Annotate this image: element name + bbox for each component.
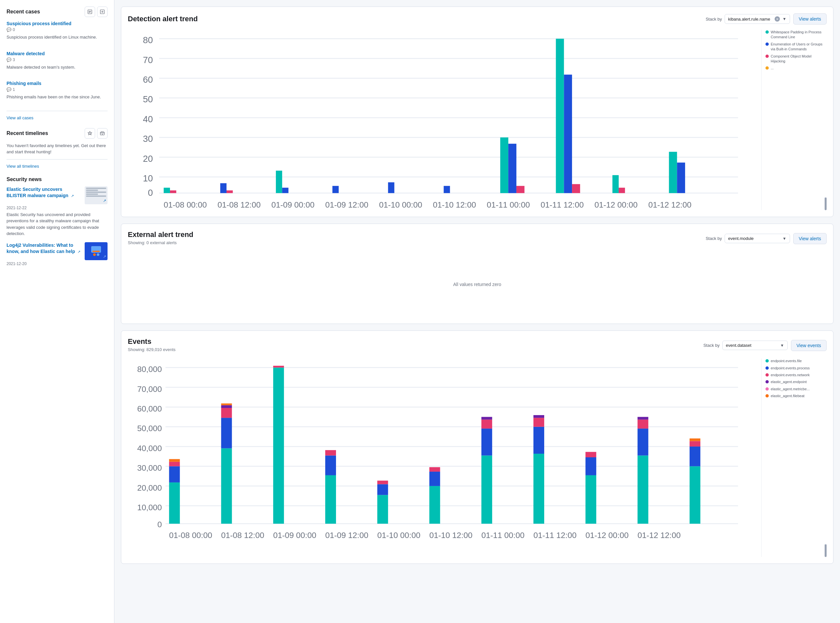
legend-label-4: ... [771,66,774,71]
svg-text:01-09 00:00: 01-09 00:00 [271,200,314,209]
timelines-favorite-button[interactable] [85,128,95,138]
cases-export-button[interactable] [85,6,95,17]
cases-add-button[interactable] [97,6,107,17]
case-title-3[interactable]: Phishing emails [6,81,107,86]
events-legend-label-3: endpoint.events.network [771,373,809,377]
case-title-1[interactable]: Suspicious process identified [6,21,107,26]
case-comments-3: 💬 1 [6,87,107,92]
events-stack-by-value: event.dataset [726,343,777,348]
svg-text:01-08 12:00: 01-08 12:00 [221,531,264,540]
detection-view-alerts-button[interactable]: View alerts [793,14,826,25]
timelines-actions [85,128,107,138]
news-date-1: 2021-12-22 [6,206,107,210]
svg-text:0: 0 [158,520,162,529]
svg-rect-69 [169,466,180,482]
svg-rect-100 [638,428,648,455]
svg-rect-95 [533,415,544,418]
external-view-alerts-button[interactable]: View alerts [793,233,826,244]
svg-text:01-12 12:00: 01-12 12:00 [648,200,691,209]
svg-rect-106 [690,439,701,441]
case-item-2: Malware detected 💬 3 Malware detected on… [6,51,107,76]
svg-rect-85 [429,486,440,524]
svg-rect-89 [481,428,492,455]
svg-rect-79 [325,475,336,524]
svg-text:01-09 12:00: 01-09 12:00 [325,200,368,209]
timelines-new-button[interactable] [97,128,107,138]
case-item-3: Phishing emails 💬 1 Phishing emails have… [6,81,107,106]
svg-text:01-11 12:00: 01-11 12:00 [541,200,584,209]
detection-stack-by-select[interactable]: kibana.alert.rule.name ✕ ▼ [725,14,790,24]
security-news-header: Security news [6,176,107,183]
svg-rect-75 [221,405,232,408]
detection-stack-clear-button[interactable]: ✕ [775,16,780,21]
detection-chart-legend: Whitespace Padding in Process Command Li… [761,30,826,210]
svg-rect-76 [221,404,232,405]
news-item-1: Elastic Security uncovers BLISTER malwar… [6,186,107,237]
external-alert-zero-state: All values returned zero [128,252,826,317]
svg-rect-88 [481,456,492,524]
detection-chart-main: 80 70 60 50 40 30 20 10 0 [128,30,756,210]
svg-text:10,000: 10,000 [137,503,162,512]
svg-rect-33 [556,38,564,193]
case-desc-2: Malware detected on team's system. [6,64,107,71]
events-legend-item-4: elastic_agent.endpoint [765,379,826,384]
events-actions: Stack by event.dataset ▼ View events [704,340,826,351]
news-external-link-icon-2[interactable]: ↗ [77,250,80,254]
events-title-group: Events Showing: 829,010 events [128,337,176,353]
svg-rect-83 [377,485,388,495]
events-showing-label: Showing: 829,010 events [128,347,176,352]
events-chart-svg: 80,000 70,000 60,000 50,000 40,000 30,00… [128,359,756,556]
svg-rect-70 [169,462,180,466]
svg-text:80,000: 80,000 [137,365,162,374]
svg-text:01-10 12:00: 01-10 12:00 [429,531,473,540]
news-external-link-icon-1[interactable]: ↗ [71,194,74,198]
news-thumb-link-1[interactable]: ↗ [103,198,106,203]
events-view-events-button[interactable]: View events [791,340,826,351]
left-panel: Recent cases Suspicious process identifi… [0,0,114,623]
svg-text:01-11 12:00: 01-11 12:00 [533,531,576,540]
svg-text:30: 30 [143,134,153,144]
news-item-2: Log4j2 Vulnerabilities: What to know, an… [6,242,107,266]
events-chart-main: 80,000 70,000 60,000 50,000 40,000 30,00… [128,359,756,557]
news-title-2[interactable]: Log4j2 Vulnerabilities: What to know, an… [6,242,75,254]
svg-rect-104 [690,447,701,466]
external-alert-trend-title-group: External alert trend Showing: 0 external… [128,230,193,247]
events-chart-area: 80,000 70,000 60,000 50,000 40,000 30,00… [128,359,826,557]
view-all-cases-link[interactable]: View all cases [6,115,33,120]
recent-timelines-title: Recent timelines [6,130,48,136]
svg-rect-84 [377,481,388,485]
events-stack-by-select[interactable]: event.dataset ▼ [722,341,788,350]
svg-rect-35 [572,184,580,193]
news-title-1[interactable]: Elastic Security uncovers BLISTER malwar… [6,187,68,198]
detection-chart-svg: 80 70 60 50 40 30 20 10 0 [128,30,756,209]
svg-rect-26 [282,188,288,193]
legend-label-2: Enumeration of Users or Groups via Built… [771,42,826,52]
news-date-2: 2021-12-20 [6,261,107,266]
view-all-timelines-link[interactable]: View all timelines [6,164,39,169]
events-legend-label-1: endpoint.events.file [771,359,802,364]
events-stack-by-group: Stack by event.dataset ▼ [704,341,788,350]
svg-rect-74 [221,408,232,418]
svg-text:01-10 00:00: 01-10 00:00 [379,200,422,209]
svg-rect-99 [638,456,648,524]
events-legend-dot-4 [765,380,769,384]
detection-alert-trend-title: Detection alert trend [128,15,198,23]
svg-text:01-11 00:00: 01-11 00:00 [481,531,524,540]
case-comments-1: 💬 0 [6,28,107,32]
case-title-2[interactable]: Malware detected [6,51,107,56]
news-item-1-inner: Elastic Security uncovers BLISTER malwar… [6,186,107,204]
external-stack-by-select[interactable]: event.module ▼ [725,234,790,243]
detection-stack-by-label: Stack by [706,17,722,21]
svg-rect-94 [533,418,544,427]
svg-rect-103 [690,466,701,524]
news-thumb-link-2[interactable]: ↗ [103,254,106,259]
cases-divider [6,111,107,111]
svg-rect-87 [429,467,440,472]
events-legend-item-1: endpoint.events.file [765,359,826,364]
svg-text:30,000: 30,000 [137,463,162,472]
svg-text:01-08 00:00: 01-08 00:00 [169,531,212,540]
legend-dot-2 [765,43,769,46]
svg-rect-71 [169,459,180,462]
detection-alert-trend-actions: Stack by kibana.alert.rule.name ✕ ▼ View… [706,14,826,25]
svg-rect-27 [333,186,339,193]
